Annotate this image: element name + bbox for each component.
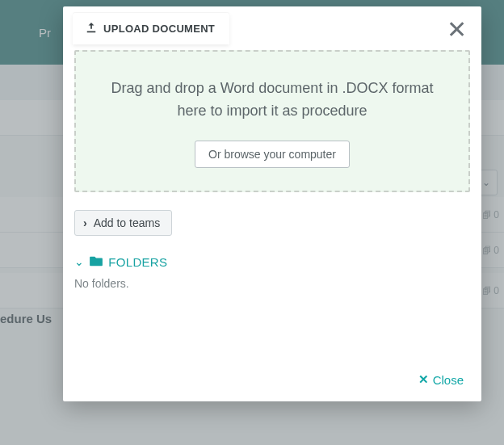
add-to-teams-button[interactable]: › Add to teams [74,210,172,236]
chevron-down-icon: ⌄ [74,255,84,268]
upload-icon [86,22,97,36]
chevron-right-icon: › [83,216,87,229]
folders-label: FOLDERS [108,255,167,269]
close-icon[interactable]: ✕ [447,18,467,42]
file-dropzone[interactable]: Drag and drop a Word document in .DOCX f… [74,50,470,192]
no-folders-text: No folders. [74,277,470,290]
close-button-label: Close [433,373,464,387]
browse-computer-button[interactable]: Or browse your computer [195,141,350,168]
close-x-icon: ✕ [418,372,429,387]
upload-document-modal: ✕ UPLOAD DOCUMENT Drag and drop a Word d… [63,6,481,401]
dropzone-text: Drag and drop a Word document in .DOCX f… [108,78,436,123]
close-button[interactable]: ✕ Close [418,372,464,387]
modal-body: Drag and drop a Word document in .DOCX f… [63,50,481,361]
folders-toggle[interactable]: ⌄ FOLDERS [74,255,470,269]
folder-icon [89,255,103,269]
upload-tab[interactable]: UPLOAD DOCUMENT [73,13,229,44]
add-to-teams-label: Add to teams [94,216,161,229]
upload-tab-label: UPLOAD DOCUMENT [103,23,215,35]
modal-footer: ✕ Close [63,361,481,401]
